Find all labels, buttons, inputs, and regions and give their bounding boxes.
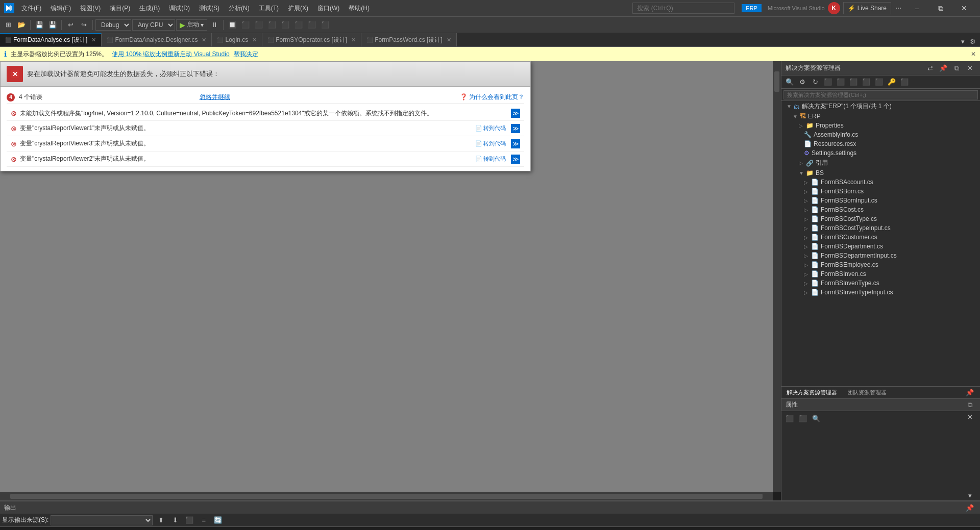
se-tb-btn7[interactable]: ⬛ — [860, 76, 872, 88]
se-tb-btn9[interactable]: 🔑 — [886, 76, 898, 88]
live-share-button[interactable]: ⚡ Live Share — [843, 2, 891, 14]
se-pin-btn[interactable]: 📌 — [937, 62, 949, 74]
output-tb-btn5[interactable]: 🔄 — [212, 514, 224, 526]
output-tb-btn2[interactable]: ⬇ — [169, 514, 181, 526]
se-close-btn[interactable]: ✕ — [964, 62, 976, 74]
se-tb-btn5[interactable]: ⬛ — [835, 76, 847, 88]
tree-bs-bom[interactable]: ▷ 📄 FormBSBom.cs — [781, 187, 980, 196]
tree-references[interactable]: ▷ 🔗 引用 — [781, 158, 980, 168]
se-float-btn[interactable]: ⧉ — [950, 62, 963, 74]
tb-btn7[interactable]: ⬛ — [306, 19, 318, 31]
editor-scrollbar-vertical[interactable] — [773, 61, 781, 492]
menu-help[interactable]: 帮助(H) — [345, 2, 374, 15]
tree-project[interactable]: ▼ 🏗 ERP — [781, 112, 980, 121]
tree-bs-costtypeinput[interactable]: ▷ 📄 FormBSCostTypeInput.cs — [781, 223, 980, 233]
tb-btn5[interactable]: ⬛ — [279, 19, 291, 31]
tab-form-sy-operator[interactable]: ⬛ FormSYOperator.cs [设计] ✕ — [262, 33, 361, 46]
tb-btn6[interactable]: ⬛ — [292, 19, 305, 31]
se-tb-btn6[interactable]: ⬛ — [847, 76, 860, 88]
menu-tools[interactable]: 工具(T) — [255, 2, 283, 15]
tree-bs-bominput[interactable]: ▷ 📄 FormBSBomInput.cs — [781, 196, 980, 205]
notification-link[interactable]: 使用 100% 缩放比例重新启动 Visual Studio — [112, 50, 230, 59]
tree-bs-customer[interactable]: ▷ 📄 FormBSCustomer.cs — [781, 233, 980, 242]
menu-window[interactable]: 窗口(W) — [313, 2, 344, 15]
why-link[interactable]: ❓ 为什么会看到此页？ — [460, 93, 524, 102]
tab-close-4[interactable]: ✕ — [447, 37, 451, 43]
share-expand-icon[interactable]: ⋯ — [894, 4, 902, 12]
platform-dropdown[interactable]: Any CPU — [132, 19, 175, 31]
tab-form-password[interactable]: ⬛ FormPassWord.cs [设计] ✕ — [361, 33, 456, 46]
menu-file[interactable]: 文件(F) — [17, 2, 45, 15]
output-pin-btn[interactable]: ▾ — [964, 489, 976, 501]
menu-test[interactable]: 测试(S) — [195, 2, 224, 15]
tab-close-1[interactable]: ✕ — [202, 37, 206, 43]
restore-button[interactable]: ⧉ — [929, 0, 952, 16]
tb-save-all[interactable]: 💾 — [46, 19, 59, 31]
tabs-dropdown-button[interactable]: ▾ — [958, 36, 968, 46]
output-float-btn[interactable]: 📌 — [964, 501, 976, 514]
prop-tb-btn2[interactable]: ⬛ — [797, 412, 809, 424]
tree-bs-inventypeinput[interactable]: ▷ 📄 FormBSInvenTypeInput.cs — [781, 288, 980, 297]
se-search-input[interactable] — [783, 90, 978, 99]
editor-scrollbar-horizontal[interactable] — [0, 492, 773, 500]
tab-login[interactable]: ⬛ Login.cs ✕ — [212, 33, 262, 46]
menu-debug[interactable]: 调试(D) — [165, 2, 194, 15]
avatar[interactable]: K — [828, 2, 840, 14]
notification-close[interactable]: ✕ — [971, 51, 976, 58]
prop-search-btn[interactable]: 🔍 — [810, 412, 822, 424]
prop-pin-btn[interactable]: 📌 — [964, 387, 976, 399]
prop-tb-btn1[interactable]: ⬛ — [783, 412, 796, 424]
error-expand-3[interactable]: ≫ — [511, 139, 520, 148]
tb-pause[interactable]: ⏸ — [208, 19, 220, 31]
search-input[interactable] — [632, 3, 734, 14]
tree-bs-folder[interactable]: ▼ 📁 BS — [781, 168, 980, 178]
tree-bs-departmentinput[interactable]: ▷ 📄 FormBSDepartmentInput.cs — [781, 251, 980, 260]
tree-bs-account[interactable]: ▷ 📄 FormBSAccount.cs — [781, 178, 980, 187]
se-tb-btn4[interactable]: ⬛ — [822, 76, 834, 88]
tree-assembly-info[interactable]: 🔧 AssemblyInfo.cs — [781, 130, 980, 139]
notification-decide-link[interactable]: 帮我决定 — [234, 50, 258, 59]
close-button[interactable]: ✕ — [952, 0, 976, 16]
tb-btn1[interactable]: 🔲 — [226, 19, 238, 31]
tb-undo[interactable]: ↩ — [64, 19, 77, 31]
start-debug-button[interactable]: ▶ 启动 ▾ — [176, 19, 207, 31]
output-source-dropdown[interactable] — [51, 515, 153, 525]
tab-close-3[interactable]: ✕ — [351, 37, 356, 43]
menu-analyze[interactable]: 分析(N) — [225, 2, 254, 15]
goto-code-button-3[interactable]: 📄 转到代码 — [473, 154, 508, 164]
tb-new[interactable]: ⊞ — [2, 19, 14, 31]
output-tb-btn3[interactable]: ⬛ — [183, 514, 195, 526]
tb-btn2[interactable]: ⬛ — [239, 19, 252, 31]
tree-bs-department[interactable]: ▷ 📄 FormBSDepartment.cs — [781, 242, 980, 251]
se-tb-btn8[interactable]: ⬛ — [873, 76, 885, 88]
goto-code-button-2[interactable]: 📄 转到代码 — [473, 139, 508, 148]
se-tb-btn2[interactable]: ⚙ — [796, 76, 808, 88]
se-sync-btn[interactable]: ⇄ — [924, 62, 936, 74]
tree-bs-inventype[interactable]: ▷ 📄 FormBSInvenType.cs — [781, 279, 980, 288]
se-tab-team-explorer[interactable]: 团队资源管理器 — [842, 387, 892, 398]
tab-close-0[interactable]: ✕ — [91, 37, 96, 43]
tab-close-2[interactable]: ✕ — [252, 37, 257, 43]
tree-bs-employee[interactable]: ▷ 📄 FormBSEmployee.cs — [781, 260, 980, 269]
tabs-settings-button[interactable]: ⚙ — [968, 36, 978, 46]
tree-bs-costtype[interactable]: ▷ 📄 FormBSCostType.cs — [781, 214, 980, 223]
se-tb-btn1[interactable]: 🔍 — [783, 76, 796, 88]
tab-form-data-analyse-design[interactable]: ⬛ FormDataAnalyse.cs [设计] ✕ — [0, 33, 102, 46]
tb-open[interactable]: 📂 — [15, 19, 28, 31]
tree-bs-cost[interactable]: ▷ 📄 FormBSCost.cs — [781, 205, 980, 214]
tree-resources-resx[interactable]: 📄 Resources.resx — [781, 139, 980, 148]
se-tb-btn10[interactable]: ⬛ — [898, 76, 911, 88]
debug-config-dropdown[interactable]: Debug — [95, 19, 131, 31]
menu-extensions[interactable]: 扩展(X) — [284, 2, 312, 15]
tb-btn3[interactable]: ⬛ — [253, 19, 265, 31]
menu-build[interactable]: 生成(B) — [135, 2, 164, 15]
tb-save[interactable]: 💾 — [33, 19, 45, 31]
tree-solution[interactable]: ▼ 🗂 解决方案"ERP"(1 个项目/共 1 个) — [781, 101, 980, 112]
se-tb-btn3[interactable]: ↻ — [809, 76, 821, 88]
prop-float-btn[interactable]: ⧉ — [964, 399, 976, 411]
tab-form-data-analyse-designer[interactable]: ⬛ FormDataAnalyse.Designer.cs ✕ — [102, 33, 212, 46]
error-expand-4[interactable]: ≫ — [511, 155, 520, 164]
tb-btn4[interactable]: ⬛ — [266, 19, 278, 31]
error-expand-2[interactable]: ≫ — [511, 124, 520, 133]
output-tb-btn4[interactable]: ≡ — [198, 514, 210, 526]
